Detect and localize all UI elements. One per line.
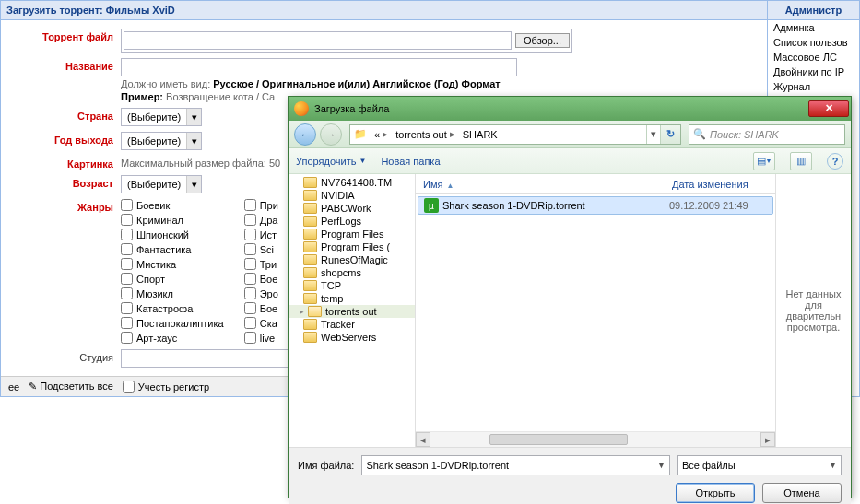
sidebar-item[interactable]: Журнал bbox=[768, 79, 859, 94]
help-icon[interactable]: ? bbox=[827, 153, 843, 170]
genre-checkbox[interactable]: Фантастика bbox=[121, 243, 224, 255]
view-mode-button[interactable]: ▤ ▼ bbox=[753, 152, 775, 170]
folder-icon bbox=[303, 254, 317, 265]
tree-folder[interactable]: NVIDIA bbox=[289, 189, 415, 202]
label-year: Год выхода bbox=[8, 132, 121, 146]
sidebar-item[interactable]: Двойники по IP bbox=[768, 64, 859, 79]
label-studio: Студия bbox=[8, 349, 121, 363]
file-row[interactable]: µShark season 1-DVDRip.torrent09.12.2009… bbox=[418, 196, 773, 215]
browse-button[interactable]: Обзор... bbox=[515, 33, 570, 48]
age-select[interactable]: (Выберите)▾ bbox=[121, 175, 202, 193]
genre-checkbox[interactable]: Боевик bbox=[121, 199, 224, 211]
country-select[interactable]: (Выберите)▾ bbox=[121, 108, 202, 126]
genre-checkbox[interactable]: Арт-хаус bbox=[121, 332, 224, 344]
tree-folder[interactable]: WebServers bbox=[289, 331, 415, 344]
chevron-down-icon: ▼ bbox=[823, 461, 837, 470]
nav-back-button[interactable]: ← bbox=[294, 123, 316, 146]
tree-folder[interactable]: PABCWork bbox=[289, 202, 415, 215]
firefox-icon bbox=[294, 101, 309, 116]
genre-checkbox[interactable]: Постапокалиптика bbox=[121, 317, 224, 329]
tree-folder[interactable]: PerfLogs bbox=[289, 215, 415, 228]
folder-icon bbox=[308, 306, 322, 317]
find-text: ее bbox=[8, 381, 19, 393]
filetype-filter[interactable]: Все файлы▼ bbox=[677, 455, 842, 475]
genre-checkbox[interactable]: Ска bbox=[244, 317, 278, 329]
genre-checkbox[interactable]: Бое bbox=[244, 302, 278, 314]
label-picture: Картинка bbox=[8, 156, 121, 170]
folder-icon bbox=[303, 280, 317, 291]
horizontal-scrollbar[interactable]: ◂▸ bbox=[416, 431, 775, 447]
folder-icon bbox=[303, 216, 317, 227]
close-button[interactable]: ✕ bbox=[808, 100, 849, 117]
title-input[interactable] bbox=[121, 58, 517, 76]
genre-checkbox[interactable]: Криминал bbox=[121, 214, 224, 226]
case-sensitive-checkbox[interactable]: Учесть регистр bbox=[123, 381, 209, 393]
form-header: Загрузить торрент: Фильмы XviD bbox=[1, 1, 767, 20]
cancel-button[interactable]: Отмена bbox=[762, 483, 842, 503]
genre-checkbox[interactable]: Эро bbox=[244, 287, 278, 299]
sort-arrow-icon: ▲ bbox=[446, 182, 454, 190]
filename-input[interactable]: Shark season 1-DVDRip.torrent▼ bbox=[361, 455, 670, 475]
genre-checkbox[interactable]: Спорт bbox=[121, 273, 224, 285]
folder-icon bbox=[303, 229, 317, 240]
chevron-down-icon[interactable]: ▾ bbox=[646, 125, 660, 144]
genre-checkbox[interactable]: Sci bbox=[244, 243, 278, 255]
label-age: Возраст bbox=[8, 175, 121, 189]
tree-folder[interactable]: Program Files ( bbox=[289, 240, 415, 253]
genre-checkbox[interactable]: Дра bbox=[244, 214, 278, 226]
new-folder-button[interactable]: Новая папка bbox=[381, 156, 440, 167]
genre-checkbox[interactable]: Три bbox=[244, 258, 278, 270]
sidebar-item[interactable]: Массовое ЛС bbox=[768, 50, 859, 64]
file-open-dialog: Загрузка файла ✕ ← → 📁 « ▸ torrents out … bbox=[288, 96, 852, 498]
preview-pane: Нет данных для дварительн просмотра. bbox=[775, 174, 851, 447]
sidebar-item[interactable]: Список пользов bbox=[768, 35, 859, 50]
search-input[interactable]: 🔍 Поиск: SHARK bbox=[689, 124, 845, 145]
genre-checkbox[interactable]: Ист bbox=[244, 229, 278, 240]
tree-folder[interactable]: NV7641408.TM bbox=[289, 176, 415, 189]
chevron-down-icon: ▼ bbox=[652, 461, 666, 470]
torrent-file-input[interactable] bbox=[124, 31, 512, 50]
breadcrumb[interactable]: 📁 « ▸ torrents out ▸ SHARK ▾ ↻ bbox=[349, 124, 681, 145]
title-hint: Должно иметь вид: Русское / Оригинальное… bbox=[121, 78, 760, 89]
folder-icon bbox=[303, 319, 317, 330]
open-button[interactable]: Открыть bbox=[676, 483, 755, 503]
tree-folder[interactable]: Program Files bbox=[289, 228, 415, 240]
genre-checkbox[interactable]: live bbox=[244, 332, 278, 344]
chevron-down-icon: ▾ bbox=[186, 109, 201, 125]
preview-pane-button[interactable]: ▥ bbox=[790, 152, 812, 170]
genre-checkbox[interactable]: Вое bbox=[244, 273, 278, 285]
chevron-down-icon: ▼ bbox=[359, 157, 366, 165]
genre-checkbox[interactable]: Мюзикл bbox=[121, 287, 224, 299]
torrent-file-icon: µ bbox=[424, 198, 439, 213]
year-select[interactable]: (Выберите)▾ bbox=[121, 132, 202, 150]
dialog-titlebar[interactable]: Загрузка файла ✕ bbox=[289, 97, 851, 121]
nav-forward-button[interactable]: → bbox=[320, 123, 342, 146]
tree-folder[interactable]: TCP bbox=[289, 279, 415, 292]
genre-checkbox[interactable]: Шпионский bbox=[121, 229, 224, 240]
tree-folder[interactable]: torrents out bbox=[289, 305, 415, 318]
list-header[interactable]: Имя▲ Дата изменения bbox=[416, 174, 775, 194]
genre-checkbox[interactable]: Катастрофа bbox=[121, 302, 224, 314]
highlight-all-button[interactable]: ✎ Подсветить все bbox=[29, 381, 113, 393]
genre-checkbox[interactable]: Мистика bbox=[121, 258, 224, 270]
organize-menu[interactable]: Упорядочить ▼ bbox=[296, 156, 366, 167]
genre-checkbox[interactable]: При bbox=[244, 199, 278, 211]
label-country: Страна bbox=[8, 108, 121, 122]
folder-icon bbox=[303, 293, 317, 304]
refresh-icon[interactable]: ↻ bbox=[660, 125, 680, 144]
folder-icon bbox=[303, 190, 317, 201]
folder-icon bbox=[303, 203, 317, 214]
tree-folder[interactable]: temp bbox=[289, 292, 415, 305]
label-genres: Жанры bbox=[8, 199, 121, 213]
sidebar-header: Администр bbox=[768, 1, 859, 20]
tree-folder[interactable]: RunesOfMagic bbox=[289, 253, 415, 266]
folder-icon bbox=[303, 332, 317, 343]
chevron-down-icon: ▾ bbox=[186, 176, 201, 193]
folder-icon bbox=[303, 177, 317, 188]
label-title: Название bbox=[8, 58, 121, 72]
folder-icon bbox=[303, 267, 317, 278]
tree-folder[interactable]: Tracker bbox=[289, 318, 415, 331]
sidebar-item[interactable]: Админка bbox=[768, 20, 859, 35]
tree-folder[interactable]: shopcms bbox=[289, 266, 415, 279]
folder-tree[interactable]: NV7641408.TMNVIDIAPABCWorkPerfLogsProgra… bbox=[289, 174, 416, 447]
